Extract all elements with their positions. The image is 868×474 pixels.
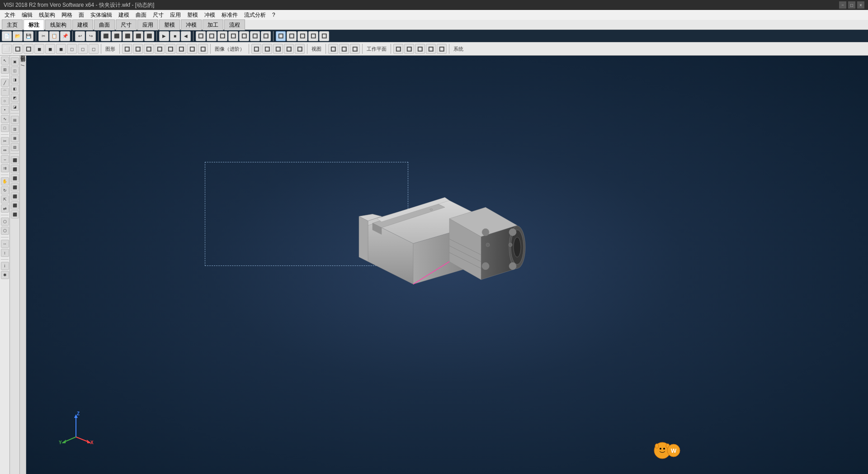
tool-circle[interactable]: ○	[1, 97, 9, 105]
menu-flow[interactable]: 流式分析	[241, 10, 269, 20]
tb-view6[interactable]: ◼	[56, 44, 66, 54]
tab-process[interactable]: 流程	[224, 19, 245, 30]
tb-d2[interactable]: 🔲	[297, 31, 307, 41]
tool-point[interactable]: •	[1, 106, 9, 114]
tb-redo[interactable]: ↪	[86, 31, 96, 41]
sp-btn16[interactable]: ⬛	[11, 201, 19, 209]
tb-b8[interactable]: ◀	[181, 31, 191, 41]
tool-mirror[interactable]: ⇄	[1, 204, 9, 213]
menu-dimension[interactable]: 尺寸	[150, 10, 166, 20]
sp-btn12[interactable]: ⬛	[11, 165, 19, 173]
sp-btn8[interactable]: ▥	[11, 125, 19, 133]
tab-dimension[interactable]: 尺寸	[116, 19, 137, 30]
sp-btn6[interactable]: ◪	[11, 103, 19, 111]
tb-c6[interactable]: 🔲	[250, 31, 260, 41]
tb-b1[interactable]: ⬛	[101, 31, 111, 41]
restore-button[interactable]: □	[848, 1, 855, 9]
sp-btn4[interactable]: ◧	[11, 85, 19, 93]
menu-curve[interactable]: 曲面	[133, 10, 149, 20]
tb-sys2[interactable]: 🔲	[404, 44, 414, 54]
tool-arc[interactable]: ⌒	[1, 88, 9, 96]
tool-line[interactable]: ╱	[1, 79, 9, 87]
tab-modeling[interactable]: 建模	[72, 19, 93, 30]
tb-sys4[interactable]: 🔲	[426, 44, 436, 54]
tb-view3[interactable]: 🔲	[24, 44, 33, 54]
tb-view2[interactable]: 🔲	[13, 44, 23, 54]
tb-view9[interactable]: ◻	[89, 44, 99, 54]
tb-wp2[interactable]: 🔲	[339, 44, 349, 54]
tool-fillet[interactable]: ⌣	[1, 155, 9, 163]
tab-surface[interactable]: 曲面	[94, 19, 115, 30]
tb-img5[interactable]: 🔲	[165, 44, 175, 54]
menu-file[interactable]: 文件	[2, 10, 18, 20]
tool-spline[interactable]: ∿	[1, 115, 9, 123]
tb-save[interactable]: 💾	[24, 31, 33, 41]
tool-rect[interactable]: □	[1, 124, 9, 132]
tb-copy[interactable]: 📋	[49, 31, 59, 41]
tb-vw4[interactable]: 🔲	[284, 44, 294, 54]
tb-c2[interactable]: 🔲	[207, 31, 217, 41]
tool-dim2[interactable]: ↕	[1, 249, 9, 257]
menu-wireframe[interactable]: 线架构	[36, 10, 58, 20]
tool-3d1[interactable]: ⬡	[1, 218, 9, 226]
close-button[interactable]: ×	[857, 1, 864, 9]
tool-select2[interactable]: ⊞	[1, 66, 9, 74]
tb-img4[interactable]: 🔲	[155, 44, 165, 54]
menu-edit[interactable]: 编辑	[19, 10, 35, 20]
tb-sys5[interactable]: 🔲	[437, 44, 447, 54]
tab-annotation[interactable]: 标注	[24, 19, 44, 30]
tool-dim1[interactable]: ↔	[1, 240, 9, 248]
tab-machining[interactable]: 加工	[203, 19, 223, 30]
tb-undo[interactable]: ↩	[75, 31, 85, 41]
tb-view4[interactable]: ◼	[34, 44, 44, 54]
tb-vw3[interactable]: 🔲	[273, 44, 283, 54]
tb-img6[interactable]: 🔲	[176, 44, 186, 54]
sp-btn10[interactable]: ▧	[11, 143, 19, 151]
menu-die[interactable]: 冲模	[202, 10, 218, 20]
tool-attr2[interactable]: ✱	[1, 271, 9, 279]
tb-img3[interactable]: 🔲	[144, 44, 154, 54]
tb-d1[interactable]: 🔲	[287, 31, 297, 41]
sp-btn1[interactable]: ▣	[11, 57, 19, 66]
tb-img1[interactable]: 🔲	[122, 44, 132, 54]
sp-btn13[interactable]: ⬛	[11, 174, 19, 182]
sp-btn9[interactable]: ▦	[11, 134, 19, 142]
tb-d3[interactable]: 🔲	[308, 31, 318, 41]
tab-home[interactable]: 主页	[2, 19, 23, 30]
menu-mesh[interactable]: 网格	[59, 10, 75, 20]
menu-standard[interactable]: 标准件	[219, 10, 241, 20]
tb-b4[interactable]: ⬛	[133, 31, 143, 41]
sp-btn3[interactable]: ◨	[11, 76, 19, 84]
tb-new[interactable]: 📄	[2, 31, 12, 41]
tb-paste[interactable]: 📌	[60, 31, 70, 41]
tb-b7[interactable]: ■	[170, 31, 180, 41]
tb-open[interactable]: 📂	[13, 31, 23, 41]
tb-cut[interactable]: ✂	[38, 31, 48, 41]
tb-img2[interactable]: 🔲	[133, 44, 143, 54]
sp-btn5[interactable]: ◩	[11, 94, 19, 102]
tb-sys1[interactable]: 🔲	[393, 44, 403, 54]
sp-btn7[interactable]: ▤	[11, 116, 19, 124]
menu-model[interactable]: 建模	[116, 10, 132, 20]
menu-apply[interactable]: 应用	[167, 10, 184, 20]
tool-offset[interactable]: ⇉	[1, 164, 9, 172]
tb-sys3[interactable]: 🔲	[415, 44, 425, 54]
tb-img7[interactable]: 🔲	[187, 44, 197, 54]
menu-solid-edit[interactable]: 实体编辑	[88, 10, 115, 20]
tool-select[interactable]: ↖	[1, 57, 9, 65]
tb-b3[interactable]: ⬛	[123, 31, 132, 41]
tab-apply[interactable]: 应用	[137, 19, 158, 30]
tb-b5[interactable]: ⬛	[144, 31, 154, 41]
tb-c5[interactable]: 🔲	[239, 31, 249, 41]
sp-btn15[interactable]: ⬛	[11, 192, 19, 200]
tb-active1[interactable]: 🔲	[276, 31, 286, 41]
tb-b2[interactable]: ⬛	[112, 31, 122, 41]
tb-view7[interactable]: ◻	[67, 44, 77, 54]
tb-c3[interactable]: 🔲	[217, 31, 227, 41]
tb-d4[interactable]: 🔲	[319, 31, 329, 41]
tb-wp3[interactable]: 🔲	[350, 44, 360, 54]
menu-mold[interactable]: 塑模	[184, 10, 201, 20]
tab-wireframe[interactable]: 线架构	[45, 19, 71, 30]
tb-view1[interactable]: ⬜	[2, 44, 12, 54]
tb-c7[interactable]: 🔲	[261, 31, 271, 41]
